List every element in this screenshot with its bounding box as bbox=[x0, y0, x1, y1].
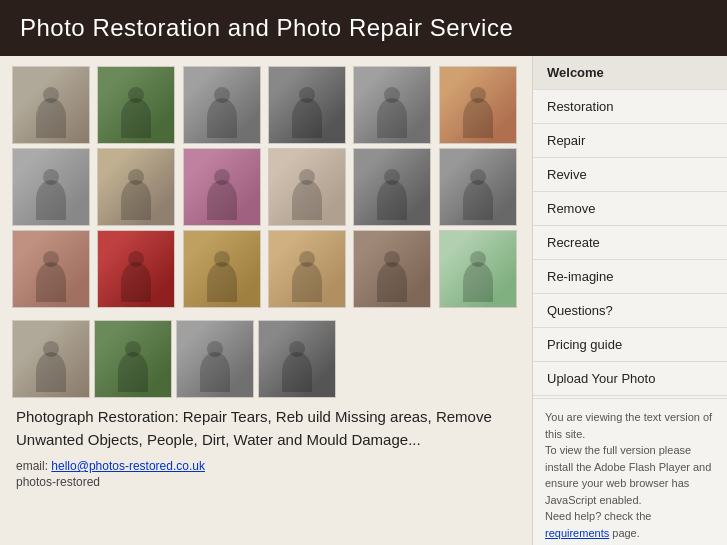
nav-item-recreate[interactable]: Recreate bbox=[533, 226, 727, 260]
photo-22[interactable] bbox=[258, 320, 336, 398]
photo-13[interactable] bbox=[12, 230, 90, 308]
nav-item-upload[interactable]: Upload Your Photo bbox=[533, 362, 727, 396]
photo-5[interactable] bbox=[353, 66, 431, 144]
description-section: Photograph Restoration: Repair Tears, Re… bbox=[12, 398, 520, 493]
nav-menu: WelcomeRestorationRepairReviveRemoveRecr… bbox=[533, 56, 727, 396]
gallery-row-4 bbox=[12, 320, 520, 398]
photo-7[interactable] bbox=[12, 148, 90, 226]
nav-item-welcome[interactable]: Welcome bbox=[533, 56, 727, 90]
requirements-link[interactable]: requirements bbox=[545, 527, 609, 539]
site-name: photos-restored bbox=[16, 475, 516, 489]
photo-20[interactable] bbox=[94, 320, 172, 398]
photo-16[interactable] bbox=[268, 230, 346, 308]
sidebar-notice: You are viewing the text version of this… bbox=[533, 398, 727, 545]
header: Photo Restoration and Photo Repair Servi… bbox=[0, 0, 727, 56]
photo-1[interactable] bbox=[12, 66, 90, 144]
page-title: Photo Restoration and Photo Repair Servi… bbox=[20, 14, 707, 42]
left-area: Photograph Restoration: Repair Tears, Re… bbox=[0, 56, 532, 545]
photo-4[interactable] bbox=[268, 66, 346, 144]
nav-item-remove[interactable]: Remove bbox=[533, 192, 727, 226]
nav-item-repair[interactable]: Repair bbox=[533, 124, 727, 158]
photo-18[interactable] bbox=[439, 230, 517, 308]
photo-17[interactable] bbox=[353, 230, 431, 308]
photo-9[interactable] bbox=[183, 148, 261, 226]
nav-item-restoration[interactable]: Restoration bbox=[533, 90, 727, 124]
nav-item-questions[interactable]: Questions? bbox=[533, 294, 727, 328]
nav-item-pricing-guide[interactable]: Pricing guide bbox=[533, 328, 727, 362]
email-link[interactable]: hello@photos-restored.co.uk bbox=[51, 459, 205, 473]
photo-2[interactable] bbox=[97, 66, 175, 144]
nav-item-revive[interactable]: Revive bbox=[533, 158, 727, 192]
right-sidebar: WelcomeRestorationRepairReviveRemoveRecr… bbox=[532, 56, 727, 545]
photo-12[interactable] bbox=[439, 148, 517, 226]
nav-item-re-imagine[interactable]: Re-imagine bbox=[533, 260, 727, 294]
photo-6[interactable] bbox=[439, 66, 517, 144]
photo-11[interactable] bbox=[353, 148, 431, 226]
photo-14[interactable] bbox=[97, 230, 175, 308]
photo-21[interactable] bbox=[176, 320, 254, 398]
photo-3[interactable] bbox=[183, 66, 261, 144]
photo-15[interactable] bbox=[183, 230, 261, 308]
email-line: email: hello@photos-restored.co.uk bbox=[16, 459, 516, 473]
description-text: Photograph Restoration: Repair Tears, Re… bbox=[16, 406, 516, 451]
photo-8[interactable] bbox=[97, 148, 175, 226]
main-content: Photograph Restoration: Repair Tears, Re… bbox=[0, 56, 727, 545]
email-label: email: bbox=[16, 459, 51, 473]
photo-10[interactable] bbox=[268, 148, 346, 226]
photo-19[interactable] bbox=[12, 320, 90, 398]
photo-gallery bbox=[12, 66, 520, 308]
